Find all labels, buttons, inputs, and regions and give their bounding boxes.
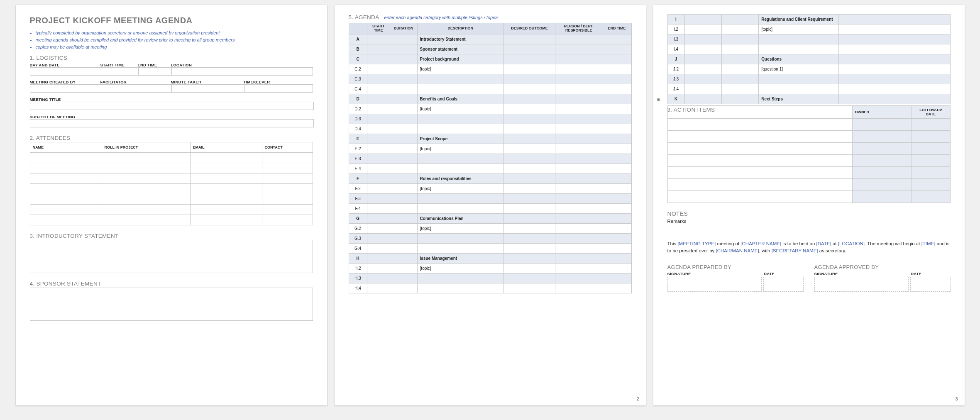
agenda-row[interactable]: BSponsor statement: [349, 44, 631, 54]
agenda-row[interactable]: D.4: [349, 124, 631, 134]
doc-bullets: typically completed by organization secr…: [30, 29, 313, 51]
table-row[interactable]: [30, 194, 313, 205]
agenda-row[interactable]: HIssue Management: [349, 253, 631, 263]
agenda-subtitle: enter each agenda category with multiple…: [384, 15, 498, 20]
agenda-row[interactable]: CProject background: [349, 54, 631, 64]
page-1: PROJECT KICKOFF MEETING AGENDA typically…: [16, 5, 327, 405]
agenda-row[interactable]: E.4: [349, 164, 631, 173]
input-approved-date[interactable]: [910, 277, 950, 292]
input-prepared-date[interactable]: [763, 277, 803, 292]
input-meeting-title[interactable]: [30, 102, 314, 110]
bullet-item: typically completed by organization secr…: [36, 29, 313, 37]
agenda-row[interactable]: H.2[topic]: [349, 263, 631, 273]
label-minute-taker: MINUTE TAKER: [171, 80, 244, 84]
agenda-row[interactable]: D.2[topic]: [349, 104, 631, 114]
table-row[interactable]: [30, 184, 313, 194]
col-outcome: DESIRED OUTCOME: [503, 23, 555, 34]
prepared-by-heading: AGENDA PREPARED BY: [667, 264, 804, 270]
table-row[interactable]: [30, 153, 313, 163]
agenda-row[interactable]: C.2[topic]: [349, 64, 631, 74]
label-signature: SIGNATURE: [667, 271, 691, 276]
agenda-row[interactable]: H.3: [349, 273, 631, 283]
label-created-by: MEETING CREATED BY: [30, 80, 100, 84]
label-start-time: START TIME: [100, 63, 138, 67]
label-day-date: DAY AND DATE: [30, 63, 100, 67]
input-created-by[interactable]: [30, 84, 101, 93]
table-row[interactable]: [667, 191, 950, 203]
agenda-table: START TIME DURATION DESCRIPTION DESIRED …: [349, 23, 632, 293]
agenda-row[interactable]: F.2[topic]: [349, 183, 631, 193]
agenda-row[interactable]: D.3: [349, 114, 631, 124]
table-row[interactable]: [667, 155, 950, 167]
table-row[interactable]: [667, 143, 950, 155]
input-subject[interactable]: [30, 119, 314, 127]
input-day-date[interactable]: [30, 67, 101, 76]
input-intro-statement[interactable]: [30, 240, 313, 273]
attendees-table: NAME ROLL IN PROJECT EMAIL CONTACT: [30, 142, 313, 225]
label-facilitator: FACILITATOR: [100, 80, 171, 84]
expand-icon[interactable]: ⊞: [657, 97, 660, 102]
agenda-row[interactable]: KNext Steps: [667, 94, 950, 104]
label-timekeeper: TIMEKEEPER: [244, 80, 313, 84]
table-row[interactable]: [667, 167, 950, 179]
input-location[interactable]: [172, 67, 313, 76]
agenda-row[interactable]: J.4: [667, 84, 950, 94]
agenda-row[interactable]: E.3: [349, 154, 631, 164]
table-row[interactable]: [667, 119, 950, 131]
agenda-row[interactable]: AIntroductory Statement: [349, 34, 631, 44]
agenda-row[interactable]: I.3: [667, 34, 950, 44]
col-responsible: PERSON / DEPT. RESPONSIBLE: [555, 23, 602, 34]
agenda-row[interactable]: G.4: [349, 243, 631, 253]
input-start-time[interactable]: [101, 67, 139, 76]
input-end-time[interactable]: [139, 67, 172, 76]
section-action: 3. ACTION ITEMS: [667, 107, 951, 113]
table-row[interactable]: [30, 205, 313, 215]
agenda-row[interactable]: G.2[topic]: [349, 223, 631, 233]
agenda-row[interactable]: F.4: [349, 203, 631, 213]
notes-sentence: This [MEETING TYPE] meeting of [CHAPTER …: [667, 240, 951, 254]
col-end: END TIME: [602, 23, 631, 34]
page-3: IRegulations and Client RequirementI.2[t…: [653, 5, 965, 405]
agenda-row[interactable]: GCommunications Plan: [349, 213, 631, 223]
agenda-row[interactable]: C.3: [349, 74, 631, 84]
agenda-table-cont: IRegulations and Client RequirementI.2[t…: [667, 14, 951, 104]
agenda-row[interactable]: DBenefits and Goals: [349, 94, 631, 104]
agenda-row[interactable]: IRegulations and Client Requirement: [667, 15, 950, 24]
agenda-row[interactable]: I.4: [667, 44, 950, 54]
page-number: 2: [636, 396, 639, 401]
table-row[interactable]: [667, 131, 950, 143]
agenda-row[interactable]: H.4: [349, 283, 631, 293]
label-date: DATE: [911, 271, 921, 276]
input-prepared-signature[interactable]: [667, 277, 762, 292]
agenda-row[interactable]: J.3: [667, 74, 950, 84]
table-row[interactable]: [30, 163, 313, 173]
input-sponsor-statement[interactable]: [30, 288, 313, 321]
input-approved-signature[interactable]: [814, 277, 909, 292]
col-name: NAME: [30, 142, 102, 153]
table-row[interactable]: [30, 215, 313, 225]
table-row[interactable]: [667, 179, 950, 191]
agenda-row[interactable]: J.2[question 1]: [667, 64, 950, 74]
section-sponsor: 4. SPONSOR STATEMENT: [30, 281, 313, 287]
agenda-row[interactable]: C.4: [349, 84, 631, 94]
agenda-row[interactable]: FRoles and responsibilities: [349, 173, 631, 183]
notes-remarks: Remarks: [667, 219, 951, 224]
agenda-row[interactable]: G.3: [349, 233, 631, 243]
input-facilitator[interactable]: [101, 84, 172, 93]
page-2: 5. AGENDA enter each agenda category wit…: [335, 5, 646, 405]
col-description: DESCRIPTION: [417, 23, 503, 34]
table-row[interactable]: [30, 173, 313, 184]
section-agenda: 5. AGENDA: [349, 14, 379, 20]
agenda-row[interactable]: JQuestions: [667, 54, 950, 64]
input-timekeeper[interactable]: [244, 84, 313, 93]
input-minute-taker[interactable]: [172, 84, 244, 93]
agenda-row[interactable]: I.2[topic]: [667, 24, 950, 34]
section-intro: 3. INTRODUCTORY STATEMENT: [30, 233, 313, 239]
bullet-item: meeting agenda should be compiled and pr…: [36, 37, 313, 44]
label-subject: SUBJECT OF MEETING: [30, 115, 76, 119]
agenda-row[interactable]: EProject Scope: [349, 134, 631, 144]
agenda-row[interactable]: E.2[topic]: [349, 144, 631, 154]
notes-heading: NOTES: [667, 210, 951, 217]
col-duration: DURATION: [390, 23, 417, 34]
agenda-row[interactable]: F.3: [349, 193, 631, 203]
